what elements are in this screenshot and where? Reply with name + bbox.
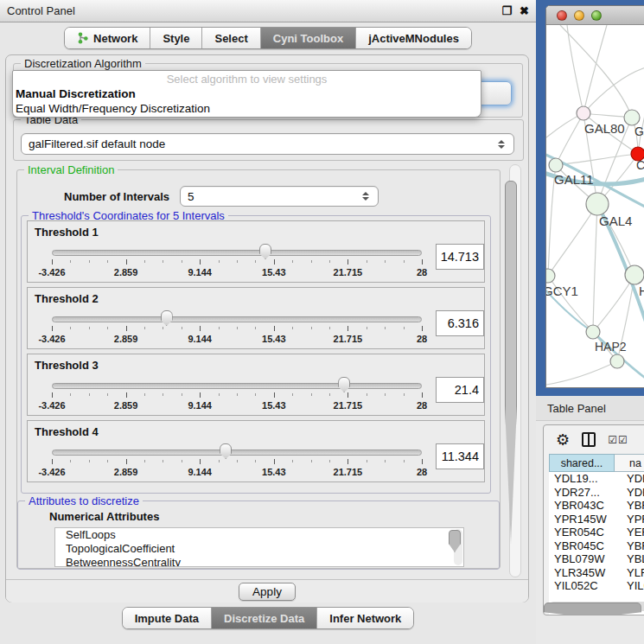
network-node-gal4[interactable] (586, 193, 609, 215)
node-label-ga: GA (634, 124, 644, 138)
attributes-list-scrollbar[interactable] (454, 529, 462, 565)
table-row[interactable]: YPR145WYPR1 (549, 513, 644, 526)
cell-shared-name: YPR145W (549, 513, 615, 526)
threshold-value-field[interactable]: 14.713 (436, 244, 484, 270)
threshold-slider[interactable]: -3.4262.8599.14415.4321.71528 (52, 242, 422, 280)
network-node-hap2[interactable] (586, 325, 600, 339)
float-window-icon[interactable]: ❐ (501, 5, 512, 16)
slider-thumb[interactable] (220, 443, 232, 459)
table-row[interactable]: YLR345WYLR3 (549, 566, 644, 580)
threshold-value-field[interactable]: 11.344 (436, 443, 484, 469)
tab-infer-network[interactable]: Infer Network (317, 608, 413, 628)
tab-label: Infer Network (329, 612, 401, 625)
threshold-slider[interactable]: -3.4262.8599.14415.4321.71528 (52, 309, 422, 347)
tab-cyni-toolbox[interactable]: Cyni Toolbox (261, 28, 356, 48)
cell-name: YPR1 (615, 513, 644, 526)
table-data-combo[interactable]: galFiltered.sif default node (21, 133, 514, 155)
network-edge[interactable] (548, 204, 597, 276)
tab-select[interactable]: Select (202, 28, 260, 48)
threshold-label: Threshold 4 (35, 425, 99, 438)
network-edge[interactable] (567, 25, 583, 113)
tick-label: 28 (417, 400, 427, 411)
close-window-icon[interactable]: ✖ (520, 5, 529, 16)
tab-network[interactable]: Network (65, 28, 150, 48)
threshold-slider[interactable]: -3.4262.8599.14415.4321.71528 (52, 375, 422, 413)
apply-button[interactable]: Apply (239, 583, 296, 601)
node-label-hap2: HAP2 (595, 340, 627, 354)
algorithm-option-manual-discretization[interactable]: Manual Discretization (13, 86, 481, 101)
gear-icon[interactable]: ⚙ (556, 432, 570, 448)
network-edge[interactable] (583, 25, 607, 113)
minimize-button[interactable] (574, 10, 584, 21)
number-of-intervals-spinner[interactable]: 5 (180, 186, 379, 207)
checkbox-icons[interactable]: ☑☑ (608, 434, 628, 446)
tick-label: -3.426 (38, 334, 65, 344)
threshold-panel: Threshold 3 -3.4262.8599.14415.4321.7152… (27, 354, 485, 416)
network-edge[interactable] (593, 204, 597, 332)
attribute-item-betweennesscentrality[interactable]: BetweennessCentrality (66, 556, 463, 567)
network-canvas[interactable]: GAL80GACGAL11GAL4GCY1HHAP2 (546, 25, 644, 387)
column-header-name[interactable]: na (615, 454, 644, 472)
table-row[interactable]: YIL052CYIL0 (549, 579, 644, 593)
combo-spinner-arrows-icon[interactable] (498, 140, 507, 149)
tab-jactivemnodules[interactable]: jActiveMNodules (356, 28, 471, 48)
zoom-button[interactable] (591, 10, 602, 21)
attribute-item-topologicalcoefficient[interactable]: TopologicalCoefficient (66, 542, 463, 556)
algorithm-dropdown-popup: Select algorithm to view settings Manual… (12, 70, 481, 118)
interval-definition-group: Interval Definition Number of Intervals … (16, 169, 501, 569)
numerical-attributes-label: Numerical Attributes (49, 510, 159, 523)
tab-impute-data[interactable]: Impute Data (123, 608, 212, 628)
slider-track[interactable] (52, 383, 422, 389)
network-node-gal11[interactable] (549, 158, 563, 172)
split-columns-icon[interactable] (582, 432, 596, 447)
table-toolbar: ⚙ ☑☑ (544, 425, 644, 454)
number-of-intervals-value: 5 (188, 190, 194, 203)
cell-shared-name: YDR27... (549, 486, 615, 500)
number-of-intervals-label: Number of Intervals (64, 190, 169, 203)
network-edge[interactable] (546, 361, 617, 385)
table-row[interactable]: YBR043CYBR0 (549, 499, 644, 513)
network-edge[interactable] (583, 67, 644, 113)
column-header-shared-name[interactable]: shared... (549, 454, 615, 472)
table-row[interactable]: YBR045CYBR0 (549, 539, 644, 553)
slider-track[interactable] (52, 316, 422, 322)
network-edge[interactable] (556, 154, 638, 165)
table-row[interactable]: YDR27...YDR2 (549, 486, 644, 500)
close-button[interactable] (557, 10, 567, 21)
network-node-ga[interactable] (624, 110, 640, 125)
tick-label: 15.43 (262, 400, 286, 411)
slider-thumb[interactable] (161, 310, 173, 326)
threshold-label: Threshold 2 (35, 292, 99, 305)
table-row[interactable]: YBL079WYBL0 (549, 552, 644, 566)
spinner-arrows-icon[interactable] (362, 192, 371, 201)
network-node-gcy1[interactable] (546, 269, 555, 283)
algorithm-option-equal-width-frequency-discretization[interactable]: Equal Width/Frequency Discretization (13, 101, 481, 116)
algorithm-placeholder-option[interactable]: Select algorithm to view settings (13, 72, 481, 86)
attribute-item-selfloops[interactable]: SelfLoops (66, 528, 463, 542)
table-row[interactable]: YDL19...YDL1 (549, 472, 644, 486)
network-node-h[interactable] (625, 265, 644, 284)
settings-vertical-scrollbar[interactable] (509, 164, 521, 577)
threshold-slider[interactable]: -3.4262.8599.14415.4321.71528 (52, 442, 422, 480)
numerical-attributes-list[interactable]: SelfLoopsTopologicalCoefficientBetweenne… (54, 527, 464, 567)
cell-name: YER0 (615, 526, 644, 539)
network-node-gal80[interactable] (577, 106, 590, 120)
table-horizontal-scrollbar[interactable] (549, 602, 644, 611)
slider-thumb[interactable] (259, 244, 271, 259)
slider-track[interactable] (52, 450, 422, 456)
tab-style[interactable]: Style (150, 28, 202, 48)
network-node[interactable] (610, 354, 624, 368)
tab-discretize-data[interactable]: Discretize Data (212, 608, 317, 628)
cell-name: YDL1 (615, 472, 644, 486)
network-edge[interactable] (593, 275, 634, 332)
node-table[interactable]: shared... na YDL19...YDL1YDR27...YDR2YBR… (549, 454, 644, 615)
cell-name: YBL0 (615, 552, 644, 566)
threshold-value-field[interactable]: 6.316 (436, 310, 484, 336)
network-edge[interactable] (560, 25, 632, 118)
network-graph[interactable]: GAL80GACGAL11GAL4GCY1HHAP2 (546, 25, 644, 387)
slider-thumb[interactable] (338, 377, 350, 392)
threshold-value-field[interactable]: 21.4 (436, 377, 484, 403)
table-row[interactable]: YER054CYER0 (549, 526, 644, 539)
slider-track[interactable] (52, 250, 422, 256)
discretization-algorithm-title: Discretization Algorithm (21, 57, 145, 70)
